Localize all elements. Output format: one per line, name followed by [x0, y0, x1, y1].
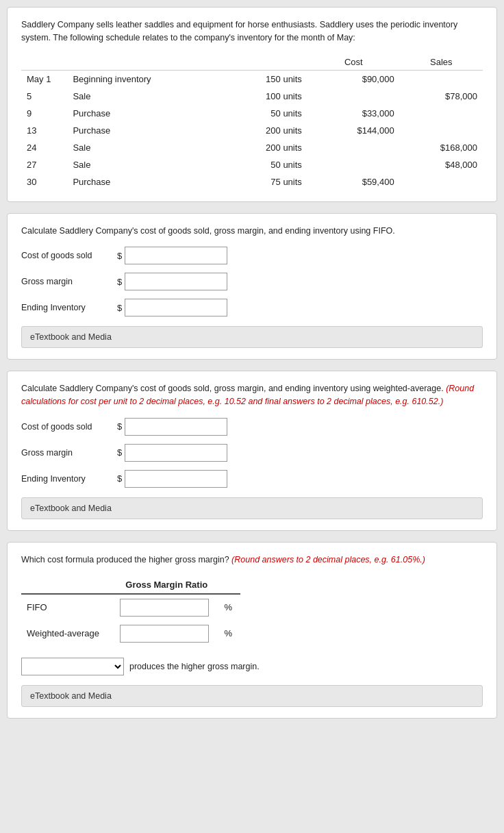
table-row: 24 Sale 200 units $168,000 — [21, 139, 483, 156]
gmr-th-header: Gross Margin Ratio — [114, 576, 219, 594]
inventory-table: Cost Sales May 1 Beginning inventory 150… — [21, 54, 483, 190]
gmr-etextbook-button[interactable]: eTextbook and Media — [21, 685, 483, 707]
th-sales: Sales — [400, 54, 483, 71]
table-row: 13 Purchase 200 units $144,000 — [21, 122, 483, 139]
produces-dropdown[interactable]: FIFO Weighted-average — [21, 658, 124, 675]
weighted-ei-row: Ending Inventory $ — [21, 470, 483, 488]
fifo-title: Calculate Saddlery Company's cost of goo… — [21, 225, 483, 238]
cell-desc: Sale — [67, 88, 215, 105]
gmr-red-note: (Round answers to 2 decimal places, e.g.… — [231, 555, 425, 564]
cell-units: 150 units — [215, 70, 307, 88]
cell-desc: Sale — [67, 156, 215, 173]
cell-units: 75 units — [215, 173, 307, 190]
fifo-gm-dollar: $ — [117, 277, 122, 287]
fifo-cogs-row: Cost of goods sold $ — [21, 247, 483, 264]
cell-desc: Sale — [67, 139, 215, 156]
cell-date: 13 — [21, 122, 67, 139]
gmr-fifo-label: FIFO — [21, 594, 114, 621]
weighted-gm-label: Gross margin — [21, 448, 117, 458]
weighted-card: Calculate Saddlery Company's cost of goo… — [7, 371, 497, 531]
weighted-gm-row: Gross margin $ — [21, 444, 483, 462]
produces-text: produces the higher gross margin. — [129, 662, 260, 671]
gmr-wa-input-cell — [114, 621, 219, 647]
cell-desc: Purchase — [67, 105, 215, 122]
fifo-cogs-label: Cost of goods sold — [21, 251, 117, 260]
cell-cost: $144,000 — [307, 122, 400, 139]
fifo-cogs-dollar: $ — [117, 251, 122, 261]
cell-sales: $48,000 — [400, 156, 483, 173]
weighted-cogs-input[interactable] — [125, 418, 227, 436]
th-empty2 — [67, 54, 215, 71]
weighted-gm-dollar: $ — [117, 447, 122, 458]
fifo-ei-dollar: $ — [117, 303, 122, 313]
weighted-cogs-label: Cost of goods sold — [21, 422, 117, 432]
gmr-wa-pct: % — [219, 621, 240, 647]
fifo-ei-row: Ending Inventory $ — [21, 299, 483, 316]
fifo-gm-label: Gross margin — [21, 277, 117, 286]
gmr-question: Which cost formula produced the higher g… — [21, 554, 483, 567]
cell-desc: Beginning inventory — [67, 70, 215, 88]
cell-sales: $168,000 — [400, 139, 483, 156]
gmr-table: Gross Margin Ratio FIFO % Weighted-avera… — [21, 576, 240, 647]
cell-cost — [307, 139, 400, 156]
cell-units: 100 units — [215, 88, 307, 105]
weighted-gm-input[interactable] — [125, 444, 227, 462]
produces-row: FIFO Weighted-average produces the highe… — [21, 658, 483, 675]
cell-cost: $33,000 — [307, 105, 400, 122]
weighted-ei-dollar: $ — [117, 473, 122, 484]
cell-sales — [400, 105, 483, 122]
cell-sales — [400, 122, 483, 139]
cell-cost: $90,000 — [307, 70, 400, 88]
fifo-ei-input[interactable] — [125, 299, 227, 316]
weighted-title: Calculate Saddlery Company's cost of goo… — [21, 382, 483, 408]
weighted-etextbook-button[interactable]: eTextbook and Media — [21, 497, 483, 519]
gmr-th-empty — [21, 576, 114, 594]
cell-date: May 1 — [21, 70, 67, 88]
th-cost: Cost — [307, 54, 400, 71]
fifo-ei-label: Ending Inventory — [21, 303, 117, 312]
gmr-question-text: Which cost formula produced the higher g… — [21, 555, 229, 564]
fifo-gm-row: Gross margin $ — [21, 273, 483, 290]
weighted-ei-input[interactable] — [125, 470, 227, 488]
fifo-cogs-input[interactable] — [125, 247, 227, 264]
gmr-fifo-input[interactable] — [120, 599, 209, 617]
gmr-fifo-input-cell — [114, 594, 219, 621]
cell-date: 27 — [21, 156, 67, 173]
cell-cost: $59,400 — [307, 173, 400, 190]
gmr-card: Which cost formula produced the higher g… — [7, 542, 497, 719]
th-empty3 — [215, 54, 307, 71]
fifo-etextbook-button[interactable]: eTextbook and Media — [21, 326, 483, 348]
cell-units: 50 units — [215, 105, 307, 122]
gmr-fifo-pct: % — [219, 594, 240, 621]
gmr-wa-row: Weighted-average % — [21, 621, 240, 647]
cell-date: 5 — [21, 88, 67, 105]
cell-units: 200 units — [215, 122, 307, 139]
cell-units: 50 units — [215, 156, 307, 173]
fifo-gm-input[interactable] — [125, 273, 227, 290]
table-row: 9 Purchase 50 units $33,000 — [21, 105, 483, 122]
gmr-wa-input[interactable] — [120, 625, 209, 643]
cell-cost — [307, 88, 400, 105]
cell-desc: Purchase — [67, 122, 215, 139]
cell-sales — [400, 173, 483, 190]
cell-sales — [400, 70, 483, 88]
weighted-cogs-row: Cost of goods sold $ — [21, 418, 483, 436]
table-row: May 1 Beginning inventory 150 units $90,… — [21, 70, 483, 88]
cell-desc: Purchase — [67, 173, 215, 190]
cell-units: 200 units — [215, 139, 307, 156]
weighted-cogs-dollar: $ — [117, 421, 122, 432]
intro-text: Saddlery Company sells leather saddles a… — [21, 18, 483, 45]
fifo-card: Calculate Saddlery Company's cost of goo… — [7, 213, 497, 360]
gmr-th-empty2 — [219, 576, 240, 594]
gmr-wa-label: Weighted-average — [21, 621, 114, 647]
table-row: 27 Sale 50 units $48,000 — [21, 156, 483, 173]
cell-date: 9 — [21, 105, 67, 122]
gmr-fifo-row: FIFO % — [21, 594, 240, 621]
intro-card: Saddlery Company sells leather saddles a… — [7, 7, 497, 202]
cell-cost — [307, 156, 400, 173]
cell-sales: $78,000 — [400, 88, 483, 105]
weighted-title-text: Calculate Saddlery Company's cost of goo… — [21, 384, 444, 393]
cell-date: 24 — [21, 139, 67, 156]
th-empty1 — [21, 54, 67, 71]
weighted-ei-label: Ending Inventory — [21, 474, 117, 484]
